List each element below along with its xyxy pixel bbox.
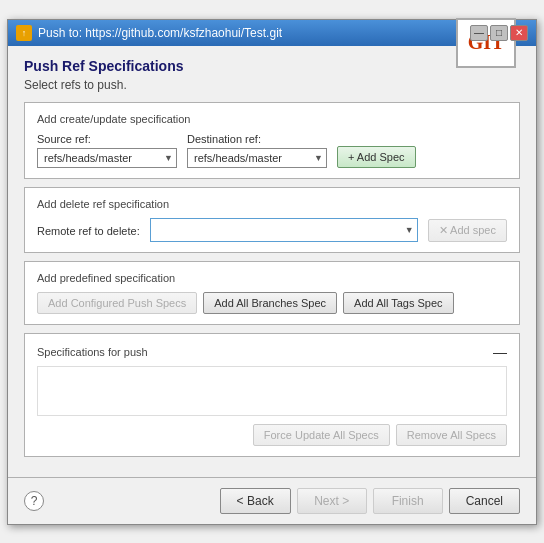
delete-label: Add delete ref specification bbox=[37, 198, 507, 210]
remote-ref-arrow[interactable]: ▼ bbox=[405, 225, 414, 235]
nav-buttons: < Back Next > Finish Cancel bbox=[220, 488, 520, 514]
close-button[interactable]: ✕ bbox=[510, 25, 528, 41]
dest-field-group: Destination ref: refs/heads/master ▼ bbox=[187, 133, 327, 168]
specs-action-row: Force Update All Specs Remove All Specs bbox=[37, 424, 507, 446]
next-button[interactable]: Next > bbox=[297, 488, 367, 514]
predefined-section: Add predefined specification Add Configu… bbox=[24, 261, 520, 325]
add-all-branches-spec-button[interactable]: Add All Branches Spec bbox=[203, 292, 337, 314]
predefined-buttons-row: Add Configured Push Specs Add All Branch… bbox=[37, 292, 507, 314]
back-button[interactable]: < Back bbox=[220, 488, 291, 514]
predefined-label: Add predefined specification bbox=[37, 272, 507, 284]
source-ref-select[interactable]: refs/heads/master bbox=[37, 148, 177, 168]
add-spec-delete-button[interactable]: ✕ Add spec bbox=[428, 219, 507, 242]
specs-header: Specifications for push — bbox=[37, 344, 507, 360]
create-update-row: Source ref: refs/heads/master ▼ Destinat… bbox=[37, 133, 507, 168]
add-all-tags-spec-button[interactable]: Add All Tags Spec bbox=[343, 292, 453, 314]
window-title: Push to: https://github.com/ksfzhaohui/T… bbox=[38, 26, 282, 40]
remote-ref-input-wrapper: ▼ bbox=[150, 218, 418, 242]
page-subtitle: Select refs to push. bbox=[24, 78, 520, 92]
add-configured-specs-button[interactable]: Add Configured Push Specs bbox=[37, 292, 197, 314]
dest-ref-select[interactable]: refs/heads/master bbox=[187, 148, 327, 168]
finish-button[interactable]: Finish bbox=[373, 488, 443, 514]
source-select-wrapper: refs/heads/master ▼ bbox=[37, 148, 177, 168]
specs-label: Specifications for push bbox=[37, 346, 148, 358]
delete-row: Remote ref to delete: ▼ ✕ Add spec bbox=[37, 218, 507, 242]
specs-content-area bbox=[37, 366, 507, 416]
add-spec-button[interactable]: + Add Spec bbox=[337, 146, 416, 168]
specs-section: Specifications for push — Force Update A… bbox=[24, 333, 520, 457]
create-update-label: Add create/update specification bbox=[37, 113, 507, 125]
force-update-all-specs-button[interactable]: Force Update All Specs bbox=[253, 424, 390, 446]
title-controls: — □ ✕ bbox=[470, 25, 528, 41]
create-update-section: Add create/update specification Source r… bbox=[24, 102, 520, 179]
dest-select-wrapper: refs/heads/master ▼ bbox=[187, 148, 327, 168]
main-window: ↑ Push to: https://github.com/ksfzhaohui… bbox=[7, 19, 537, 525]
remote-ref-label: Remote ref to delete: bbox=[37, 225, 140, 242]
remove-all-specs-button[interactable]: Remove All Specs bbox=[396, 424, 507, 446]
cancel-button[interactable]: Cancel bbox=[449, 488, 520, 514]
help-button[interactable]: ? bbox=[24, 491, 44, 511]
remote-ref-input[interactable] bbox=[150, 218, 418, 242]
dest-label: Destination ref: bbox=[187, 133, 327, 145]
source-label: Source ref: bbox=[37, 133, 177, 145]
window-icon: ↑ bbox=[16, 25, 32, 41]
bottom-bar: ? < Back Next > Finish Cancel bbox=[8, 477, 536, 524]
minimize-button[interactable]: — bbox=[470, 25, 488, 41]
dialog-content: GIT Push Ref Specifications Select refs … bbox=[8, 46, 536, 477]
maximize-button[interactable]: □ bbox=[490, 25, 508, 41]
header-area: GIT Push Ref Specifications Select refs … bbox=[24, 58, 520, 102]
title-bar-left: ↑ Push to: https://github.com/ksfzhaohui… bbox=[16, 25, 282, 41]
page-title: Push Ref Specifications bbox=[24, 58, 520, 74]
source-field-group: Source ref: refs/heads/master ▼ bbox=[37, 133, 177, 168]
delete-section: Add delete ref specification Remote ref … bbox=[24, 187, 520, 253]
specs-dash: — bbox=[493, 344, 507, 360]
